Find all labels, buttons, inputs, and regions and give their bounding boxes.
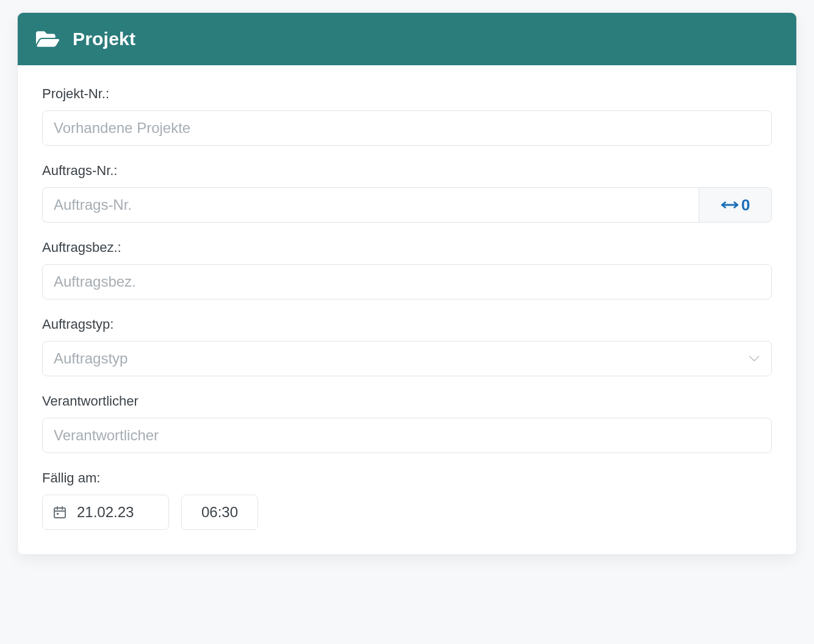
svg-rect-1	[54, 508, 65, 518]
order-nr-addon-text: 0	[741, 196, 750, 215]
card-title: Projekt	[73, 29, 135, 49]
svg-rect-5	[57, 513, 59, 515]
field-due: Fällig am:	[42, 470, 772, 530]
order-nr-reset-button[interactable]: 0	[699, 187, 772, 223]
due-date-input[interactable]	[77, 495, 168, 529]
responsible-label: Verantwortlicher	[42, 393, 772, 409]
field-responsible: Verantwortlicher	[42, 393, 772, 453]
card-header: Projekt	[18, 13, 796, 65]
project-card: Projekt Projekt-Nr.: Auftrags-Nr.:	[17, 12, 797, 555]
card-body: Projekt-Nr.: Auftrags-Nr.:	[18, 65, 796, 554]
order-type-placeholder: Auftragstyp	[54, 350, 128, 367]
due-time-input[interactable]	[181, 495, 258, 530]
project-nr-input[interactable]	[42, 110, 772, 146]
calendar-icon	[43, 495, 77, 529]
due-date-group	[42, 495, 169, 530]
order-nr-label: Auftrags-Nr.:	[42, 163, 772, 179]
field-order-nr: Auftrags-Nr.: 0	[42, 163, 772, 223]
field-order-name: Auftragsbez.:	[42, 240, 772, 299]
project-nr-label: Projekt-Nr.:	[42, 86, 772, 102]
field-order-type: Auftragstyp: Auftragstyp	[42, 317, 772, 376]
order-type-select[interactable]: Auftragstyp	[42, 341, 772, 376]
order-name-input[interactable]	[42, 264, 772, 299]
order-name-label: Auftragsbez.:	[42, 240, 772, 256]
order-type-label: Auftragstyp:	[42, 317, 772, 332]
field-project-nr: Projekt-Nr.:	[42, 86, 772, 146]
arrows-horizontal-icon	[721, 196, 739, 215]
folder-open-icon	[36, 29, 59, 49]
due-label: Fällig am:	[42, 470, 772, 486]
order-nr-group: 0	[42, 187, 772, 223]
order-nr-input[interactable]	[42, 187, 699, 223]
responsible-input[interactable]	[42, 418, 772, 453]
